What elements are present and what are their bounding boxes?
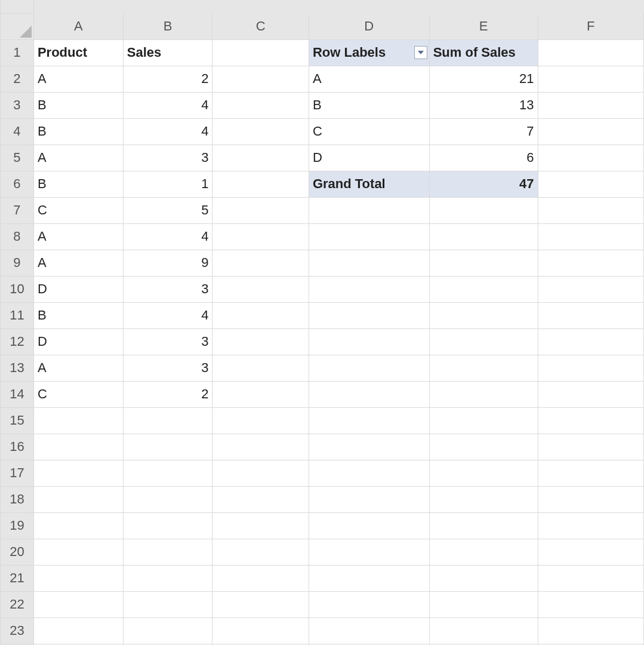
row-header-19[interactable]: 19 <box>1 512 34 539</box>
cell-A8[interactable]: A <box>33 223 123 250</box>
cell-C1[interactable] <box>212 39 309 66</box>
select-all-corner[interactable] <box>1 13 34 39</box>
cell-B17[interactable] <box>123 460 212 486</box>
cell-D12[interactable] <box>309 328 429 355</box>
cell-A23[interactable] <box>33 618 123 644</box>
cell-C18[interactable] <box>212 486 309 512</box>
cell-E13[interactable] <box>429 355 538 381</box>
cell-B10[interactable]: 3 <box>123 276 212 302</box>
cell-E17[interactable] <box>429 460 538 486</box>
cell-F20[interactable] <box>538 539 643 565</box>
cell-E18[interactable] <box>429 486 538 512</box>
row-header-17[interactable]: 17 <box>1 460 34 486</box>
cell-D18[interactable] <box>309 486 429 512</box>
cell-F5[interactable] <box>538 145 643 171</box>
pivot-row-C-value[interactable]: 7 <box>429 118 538 145</box>
cell-B21[interactable] <box>123 565 212 591</box>
cell-C20[interactable] <box>212 539 309 565</box>
cell-C17[interactable] <box>212 460 309 486</box>
cell-A2[interactable]: A <box>33 66 123 92</box>
cell-A9[interactable]: A <box>33 250 123 276</box>
row-header-11[interactable]: 11 <box>1 302 34 328</box>
cell-D23[interactable] <box>309 618 429 644</box>
row-header-3[interactable]: 3 <box>1 92 34 118</box>
cell-E11[interactable] <box>429 302 538 328</box>
cell-B6[interactable]: 1 <box>123 171 212 197</box>
row-header-22[interactable]: 22 <box>1 591 34 618</box>
cell-D17[interactable] <box>309 460 429 486</box>
cell-B9[interactable]: 9 <box>123 250 212 276</box>
row-header-16[interactable]: 16 <box>1 434 34 460</box>
col-header-A[interactable]: A <box>33 13 123 39</box>
cell-F10[interactable] <box>538 276 643 302</box>
cell-F14[interactable] <box>538 381 643 407</box>
cell-F17[interactable] <box>538 460 643 486</box>
cell-E23[interactable] <box>429 618 538 644</box>
cell-F21[interactable] <box>538 565 643 591</box>
cell-B16[interactable] <box>123 434 212 460</box>
cell-B18[interactable] <box>123 486 212 512</box>
cell-C14[interactable] <box>212 381 309 407</box>
cell-B1[interactable]: Sales <box>123 39 212 66</box>
pivot-row-D-label[interactable]: D <box>309 145 429 171</box>
cell-A6[interactable]: B <box>33 171 123 197</box>
cell-A11[interactable]: B <box>33 302 123 328</box>
pivot-values-header[interactable]: Sum of Sales <box>429 39 538 66</box>
cell-F6[interactable] <box>538 171 643 197</box>
cell-C9[interactable] <box>212 250 309 276</box>
cell-A19[interactable] <box>33 512 123 539</box>
cell-A21[interactable] <box>33 565 123 591</box>
cell-F4[interactable] <box>538 118 643 145</box>
cell-D19[interactable] <box>309 512 429 539</box>
cell-A15[interactable] <box>33 407 123 434</box>
row-header-23[interactable]: 23 <box>1 618 34 644</box>
cell-F23[interactable] <box>538 618 643 644</box>
row-header-4[interactable]: 4 <box>1 118 34 145</box>
cell-A14[interactable]: C <box>33 381 123 407</box>
cell-A20[interactable] <box>33 539 123 565</box>
spreadsheet-grid[interactable]: A B C D E F 1 Product Sales Row Labels S… <box>0 0 644 645</box>
cell-D15[interactable] <box>309 407 429 434</box>
row-header-18[interactable]: 18 <box>1 486 34 512</box>
row-header-1[interactable]: 1 <box>1 39 34 66</box>
cell-A12[interactable]: D <box>33 328 123 355</box>
cell-C22[interactable] <box>212 591 309 618</box>
col-header-E[interactable]: E <box>429 13 538 39</box>
cell-D9[interactable] <box>309 250 429 276</box>
cell-F12[interactable] <box>538 328 643 355</box>
row-header-7[interactable]: 7 <box>1 197 34 223</box>
pivot-grand-total-label[interactable]: Grand Total <box>309 171 429 197</box>
cell-A1[interactable]: Product <box>33 39 123 66</box>
cell-E14[interactable] <box>429 381 538 407</box>
cell-F1[interactable] <box>538 39 643 66</box>
cell-B23[interactable] <box>123 618 212 644</box>
cell-F13[interactable] <box>538 355 643 381</box>
cell-C5[interactable] <box>212 145 309 171</box>
cell-E9[interactable] <box>429 250 538 276</box>
cell-E7[interactable] <box>429 197 538 223</box>
cell-A16[interactable] <box>33 434 123 460</box>
cell-C19[interactable] <box>212 512 309 539</box>
cell-F2[interactable] <box>538 66 643 92</box>
row-header-6[interactable]: 6 <box>1 171 34 197</box>
cell-B3[interactable]: 4 <box>123 92 212 118</box>
cell-E10[interactable] <box>429 276 538 302</box>
cell-D21[interactable] <box>309 565 429 591</box>
col-header-C[interactable]: C <box>212 13 309 39</box>
cell-E15[interactable] <box>429 407 538 434</box>
cell-D14[interactable] <box>309 381 429 407</box>
row-header-14[interactable]: 14 <box>1 381 34 407</box>
cell-B11[interactable]: 4 <box>123 302 212 328</box>
cell-D16[interactable] <box>309 434 429 460</box>
cell-C13[interactable] <box>212 355 309 381</box>
pivot-row-B-value[interactable]: 13 <box>429 92 538 118</box>
cell-B13[interactable]: 3 <box>123 355 212 381</box>
cell-B4[interactable]: 4 <box>123 118 212 145</box>
pivot-row-B-label[interactable]: B <box>309 92 429 118</box>
pivot-grand-total-value[interactable]: 47 <box>429 171 538 197</box>
col-header-B[interactable]: B <box>123 13 212 39</box>
cell-E20[interactable] <box>429 539 538 565</box>
col-header-D[interactable]: D <box>309 13 429 39</box>
row-header-21[interactable]: 21 <box>1 565 34 591</box>
cell-F15[interactable] <box>538 407 643 434</box>
